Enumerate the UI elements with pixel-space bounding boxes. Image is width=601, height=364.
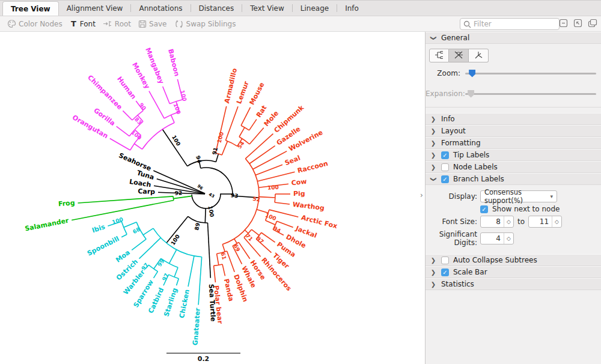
section-scale-bar[interactable]: ❯✓Scale Bar: [426, 266, 601, 278]
duplicate-window-icon[interactable]: [588, 19, 597, 30]
tip-label[interactable]: Warthog: [292, 201, 325, 212]
pop-out-icon[interactable]: [573, 19, 582, 30]
tip-label[interactable]: Moa: [114, 249, 132, 264]
tip-label[interactable]: Seahorse: [118, 151, 153, 172]
tip-label[interactable]: Gorilla: [93, 106, 117, 127]
significant-digits-spinner[interactable]: 4 ◇: [480, 232, 514, 244]
tip-label[interactable]: Raccoon: [297, 160, 329, 175]
zoom-slider-thumb[interactable]: [469, 70, 475, 77]
tab-tree-view[interactable]: Tree View: [2, 1, 59, 16]
tip-label[interactable]: Chicken: [178, 289, 191, 319]
branch-line: [198, 257, 202, 305]
branch-arc: [241, 126, 249, 130]
section-tip-labels[interactable]: ❯✓Tip Labels: [426, 149, 601, 161]
branch-line: [277, 221, 293, 227]
branch-arc: [121, 222, 127, 234]
save-button[interactable]: Save: [138, 20, 166, 28]
tip-label[interactable]: Spoonbill: [86, 235, 121, 258]
tip-label[interactable]: Pig: [293, 190, 305, 198]
panel-collapse-handle[interactable]: ›: [420, 191, 423, 199]
branch-arc: [201, 168, 233, 196]
circular-layout-icon: [453, 50, 464, 61]
support-label: 89: [194, 222, 201, 231]
font-size-min-spinner[interactable]: 8 ◇: [480, 216, 514, 228]
section-checkbox[interactable]: ✓: [441, 268, 449, 276]
filter-input[interactable]: [474, 20, 552, 28]
branch-line: [241, 108, 250, 126]
section-statistics[interactable]: ❯Statistics: [426, 278, 601, 290]
tab-distances[interactable]: Distances: [191, 1, 242, 16]
tip-label[interactable]: Frog: [58, 199, 75, 208]
section-general[interactable]: ❯ General: [426, 32, 601, 44]
branch-line: [275, 202, 290, 204]
section-title: Statistics: [441, 280, 474, 288]
tip-label[interactable]: Rat: [255, 104, 269, 119]
branch-arc: [192, 193, 221, 208]
tip-label[interactable]: Carp: [138, 187, 155, 196]
tip-label[interactable]: Seal: [284, 154, 301, 167]
section-info[interactable]: ❯Info: [426, 113, 601, 125]
font-size-label: Font Size:: [426, 217, 477, 226]
branch-arc: [173, 196, 174, 201]
section-checkbox[interactable]: ✓: [441, 175, 449, 183]
tip-label[interactable]: Mouse: [248, 81, 266, 106]
tip-label[interactable]: Panda: [222, 278, 235, 302]
spinner-buttons-icon[interactable]: ◇: [504, 233, 513, 244]
toolbar: Color NodesTFontRootSaveSwap Siblings: [0, 16, 601, 32]
font-size-max-spinner[interactable]: 11 ◇: [528, 216, 562, 228]
tree-canvas[interactable]: Sea TurtleCarpLoachTunaSeahorseSalamande…: [0, 32, 425, 364]
section-node-labels[interactable]: ❯Node Labels: [426, 161, 601, 173]
radial-layout-icon: [473, 50, 484, 61]
significant-digits-label: Significant Digits:: [426, 230, 477, 247]
tip-label[interactable]: Human: [115, 75, 138, 101]
display-label: Display:: [426, 192, 477, 201]
tip-label[interactable]: Salamander: [24, 216, 70, 232]
tip-label[interactable]: Baboon: [166, 48, 181, 77]
circular-layout-button[interactable]: [449, 49, 469, 62]
branch-line: [174, 267, 178, 277]
branch-line: [227, 251, 235, 272]
branch-line: [163, 86, 170, 104]
branch-line: [117, 126, 130, 136]
branch-line: [234, 239, 237, 244]
section-checkbox[interactable]: ✓: [441, 151, 449, 159]
section-title: Scale Bar: [453, 268, 487, 276]
branch-line: [222, 244, 225, 252]
expansion-slider[interactable]: [465, 93, 596, 95]
show-next-to-node-checkbox[interactable]: ✓: [480, 205, 488, 213]
tab-annotations[interactable]: Annotations: [131, 1, 190, 16]
tip-label[interactable]: Ibis: [91, 223, 106, 234]
display-dropdown[interactable]: Consensus support(%) ▾: [480, 190, 557, 202]
font-button[interactable]: TFont: [70, 20, 96, 28]
section-formatting[interactable]: ❯Formatting: [426, 137, 601, 149]
search-icon: [463, 20, 471, 28]
swap-siblings-button[interactable]: Swap Siblings: [174, 20, 236, 28]
tab-lineage[interactable]: Lineage: [293, 1, 337, 16]
minimize-icon[interactable]: [559, 19, 568, 30]
root-button[interactable]: Root: [103, 20, 131, 28]
section-checkbox[interactable]: [441, 163, 449, 171]
tab-text-view[interactable]: Text View: [242, 1, 292, 16]
tip-label[interactable]: Starling: [162, 287, 179, 318]
section-branch-labels[interactable]: ❯✓Branch Labels: [426, 173, 601, 185]
spinner-buttons-icon[interactable]: ◇: [552, 216, 561, 227]
tip-label[interactable]: Chipmunk: [273, 103, 306, 135]
tab-info[interactable]: Info: [337, 1, 367, 16]
tab-alignment-view[interactable]: Alignment View: [59, 1, 131, 16]
section-layout[interactable]: ❯Layout: [426, 125, 601, 137]
spinner-buttons-icon[interactable]: ◇: [504, 216, 513, 227]
section-auto-collapse-subtrees[interactable]: ❯Auto Collapse Subtrees: [426, 254, 601, 266]
section-checkbox[interactable]: [441, 256, 449, 264]
radial-layout-button[interactable]: [469, 49, 489, 62]
scale-bar-label: 0.2: [198, 355, 210, 363]
branch-line: [253, 151, 287, 169]
tip-label[interactable]: Gnateater: [191, 307, 201, 345]
save-icon: [138, 20, 147, 28]
color-nodes-button[interactable]: Color Nodes: [7, 19, 63, 28]
branch-line: [149, 91, 164, 118]
tip-label[interactable]: Cow: [291, 177, 307, 187]
tip-label[interactable]: Monkey: [130, 61, 151, 90]
zoom-label: Zoom:: [426, 69, 460, 77]
zoom-slider[interactable]: [465, 73, 596, 74]
rectangular-layout-button[interactable]: [429, 49, 449, 62]
